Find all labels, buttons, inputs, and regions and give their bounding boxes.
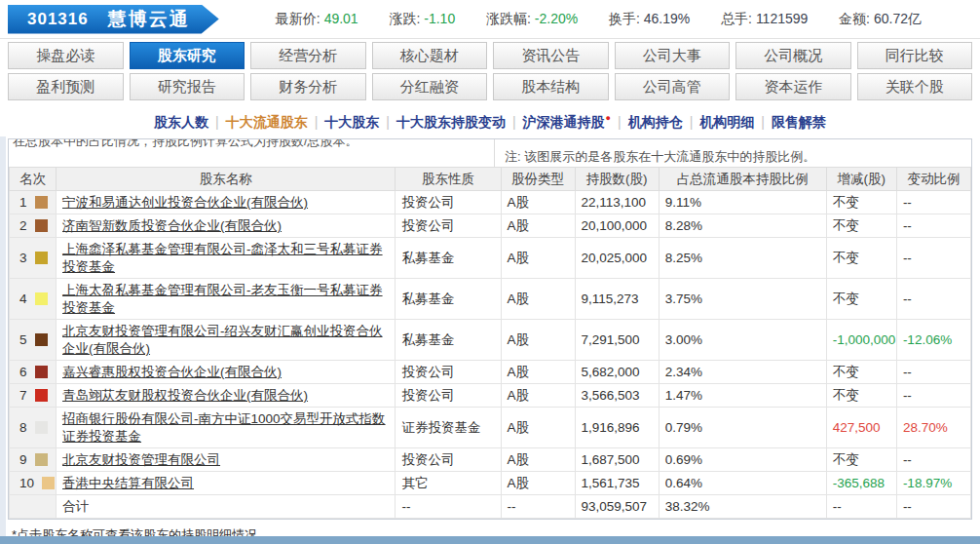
legend-color-swatch — [42, 477, 55, 489]
rank-cell: 5 — [10, 320, 57, 361]
tab-公司大事[interactable]: 公司大事 — [615, 42, 731, 69]
share-type-cell: A股 — [501, 472, 575, 495]
rank-cell: 7 — [10, 384, 57, 408]
subnav-item-机构明细[interactable]: 机构明细 — [699, 114, 754, 130]
subnav-item-label: 限售解禁 — [772, 114, 826, 130]
holding-ratio-cell: 2.34% — [659, 361, 826, 384]
table-row: 5北京友财投资管理有限公司-绍兴友财汇赢创业投资合伙企业(有限合伙)私募基金A股… — [10, 320, 971, 361]
share-type-cell: A股 — [501, 279, 575, 320]
rank-cell: 9 — [10, 448, 57, 472]
tab-公司高管[interactable]: 公司高管 — [615, 73, 731, 100]
subnav-separator: | — [386, 114, 390, 130]
holding-ratio-cell: 8.25% — [659, 238, 826, 279]
shares-held-cell: 3,566,503 — [575, 384, 659, 408]
shareholder-name-link[interactable]: 上海嵞泽私募基金管理有限公司-嵞泽太和三号私募证券投资基金 — [62, 242, 383, 274]
shareholder-nature-cell: 投资公司 — [396, 361, 501, 384]
legend-color-swatch — [35, 366, 48, 378]
quote-field: 最新价:49.01 — [276, 11, 358, 28]
share-type-cell: -- — [501, 495, 575, 519]
rank-cell: 2 — [10, 214, 57, 238]
shareholder-name-link[interactable]: 香港中央结算有限公司 — [62, 476, 194, 490]
shares-held-cell: 1,687,500 — [575, 448, 659, 472]
subnav-item-十大股东持股变动[interactable]: 十大股东持股变动 — [396, 114, 506, 130]
stock-name: 慧博云通 — [108, 7, 190, 32]
tab-操盘必读[interactable]: 操盘必读 — [8, 42, 124, 69]
tab-股本结构[interactable]: 股本结构 — [493, 73, 609, 100]
shareholder-name-link[interactable]: 宁波和易通达创业投资合伙企业(有限合伙) — [62, 195, 308, 210]
change-shares-cell: 不变 — [826, 361, 896, 384]
table-row: 3上海嵞泽私募基金管理有限公司-嵞泽太和三号私募证券投资基金私募基金A股20,0… — [10, 238, 971, 279]
rank-cell: 8 — [10, 408, 57, 448]
shareholder-name-cell: 济南智新数质投资合伙企业(有限合伙) — [57, 214, 396, 238]
rank-number: 3 — [19, 251, 27, 265]
shareholder-nature-cell: 其它 — [396, 472, 501, 495]
shareholder-name-link[interactable]: 招商银行股份有限公司-南方中证1000交易型开放式指数证券投资基金 — [62, 411, 386, 444]
subnav-item-机构持仓[interactable]: 机构持仓 — [628, 114, 683, 130]
new-badge-dot: ● — [606, 113, 611, 123]
clipped-description-cell: 在总股本中的占比情况，持股比例计算公式为持股数/总股本。 — [9, 139, 495, 167]
subnav-item-沪深港通持股[interactable]: 沪深港通持股● — [523, 114, 611, 130]
tab-资本运作[interactable]: 资本运作 — [735, 73, 851, 100]
subnav-separator: | — [761, 114, 765, 130]
tab-研究报告[interactable]: 研究报告 — [130, 73, 245, 100]
tab-股东研究[interactable]: 股东研究 — [130, 42, 245, 69]
shareholder-name-link[interactable]: 北京友财投资管理有限公司-绍兴友财汇赢创业投资合伙企业(有限合伙) — [62, 324, 383, 356]
tab-同行比较[interactable]: 同行比较 — [857, 42, 973, 69]
subnav-item-股东人数[interactable]: 股东人数 — [154, 114, 208, 130]
table-row: 2济南智新数质投资合伙企业(有限合伙)投资公司A股20,100,0008.28%… — [10, 214, 971, 238]
tab-核心题材[interactable]: 核心题材 — [372, 42, 488, 69]
share-type-cell: A股 — [501, 214, 575, 238]
subnav-item-限售解禁[interactable]: 限售解禁 — [772, 114, 826, 130]
legend-color-swatch — [35, 453, 48, 466]
subnav-separator: | — [215, 114, 219, 130]
shareholder-name-link[interactable]: 嘉兴睿惠股权投资合伙企业(有限合伙) — [62, 365, 282, 379]
legend-color-swatch — [35, 252, 48, 264]
shareholder-name-link[interactable]: 青岛翊苁友财股权投资合伙企业(有限合伙) — [62, 388, 308, 403]
quote-fields: 最新价:49.01涨跌:-1.10涨跌幅:-2.20%换手:46.19%总手:1… — [219, 11, 980, 28]
rank-cell: 3 — [10, 238, 57, 279]
tab-经营分析[interactable]: 经营分析 — [250, 42, 366, 69]
quote-field: 涨跌幅:-2.20% — [486, 11, 578, 28]
tab-关联个股[interactable]: 关联个股 — [857, 73, 973, 100]
change-ratio-cell: -- — [896, 448, 970, 472]
change-ratio-cell: -- — [896, 361, 970, 384]
holding-ratio-cell: 3.00% — [659, 320, 826, 361]
tab-分红融资[interactable]: 分红融资 — [372, 73, 488, 100]
legend-color-swatch — [35, 196, 48, 209]
shares-held-cell: 5,682,000 — [575, 361, 659, 384]
subnav-item-十大流通股东[interactable]: 十大流通股东 — [226, 114, 308, 130]
tab-公司概况[interactable]: 公司概况 — [735, 42, 851, 69]
shareholder-name-cell: 北京友财投资管理有限公司 — [57, 448, 396, 472]
subnav-item-label: 沪深港通持股 — [523, 114, 605, 130]
table-row: 6嘉兴睿惠股权投资合伙企业(有限合伙)投资公司A股5,682,0002.34%不… — [10, 361, 971, 384]
quote-value: -2.20% — [535, 11, 578, 26]
shares-held-cell: 93,059,507 — [575, 495, 659, 519]
shareholder-name-link[interactable]: 北京友财投资管理有限公司 — [62, 452, 220, 467]
change-ratio-cell: -- — [896, 238, 970, 279]
share-type-cell: A股 — [501, 238, 575, 279]
legend-color-swatch — [35, 333, 48, 346]
shares-held-cell: 20,025,000 — [575, 238, 659, 279]
total-row: 合计----93,059,50738.32%---- — [10, 495, 971, 519]
rank-number: 1 — [19, 195, 27, 210]
quote-field: 总手:1121599 — [721, 11, 808, 28]
tab-盈利预测[interactable]: 盈利预测 — [8, 73, 124, 100]
change-shares-cell: 不变 — [826, 191, 896, 214]
stock-pennant: 301316 慧博云通 — [8, 5, 219, 34]
tab-财务分析[interactable]: 财务分析 — [250, 73, 366, 100]
rank-number: 10 — [19, 476, 34, 490]
share-type-cell: A股 — [501, 191, 575, 214]
table-row: 4上海太盈私募基金管理有限公司-老友玉衡一号私募证券投资基金私募基金A股9,11… — [10, 279, 971, 320]
tab-资讯公告[interactable]: 资讯公告 — [493, 42, 609, 69]
quote-label: 涨跌幅: — [486, 11, 531, 26]
column-header: 股东名称 — [57, 168, 396, 191]
shareholder-name-link[interactable]: 济南智新数质投资合伙企业(有限合伙) — [62, 218, 282, 233]
subnav-separator: | — [690, 114, 694, 130]
shareholder-nature-cell: 投资公司 — [396, 191, 501, 214]
shareholder-name-link[interactable]: 上海太盈私募基金管理有限公司-老友玉衡一号私募证券投资基金 — [62, 283, 383, 315]
subnav-item-十大股东[interactable]: 十大股东 — [324, 114, 379, 130]
shareholder-name-cell: 青岛翊苁友财股权投资合伙企业(有限合伙) — [57, 384, 396, 408]
shares-held-cell: 1,916,896 — [575, 408, 659, 448]
subnav-separator: | — [512, 114, 516, 130]
subnav-item-label: 十大股东持股变动 — [396, 114, 506, 130]
